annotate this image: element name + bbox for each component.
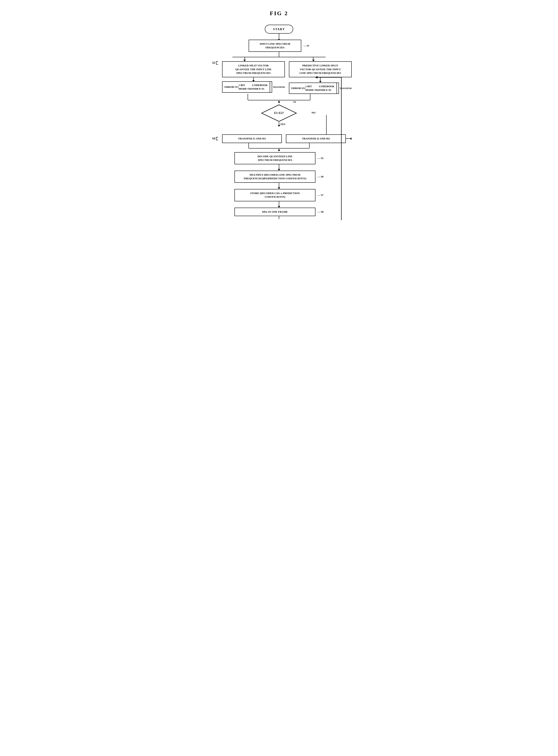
s5-box: DECODE QUANTIZED LINE SPECTRUM FREQUENCI… (234, 152, 315, 164)
s3-label: S3 (293, 100, 296, 104)
s8-box: DELAY ONE FRAME (234, 208, 315, 216)
s2-label: S2 (212, 61, 215, 64)
right-box1: PREDICTIVE LINKED SPLIT VECTOR QUANTIZE … (289, 61, 352, 77)
start-node: START (265, 25, 293, 34)
s7-label: S7 (321, 193, 324, 197)
no-label: NO (312, 111, 315, 114)
diamond-label: E1<E2? (274, 111, 284, 115)
left-transfer-label: TRANSFER (273, 86, 285, 88)
s5-label: S5 (321, 157, 324, 160)
s6-label: S6 (321, 175, 324, 178)
left-transfer-box: TRANSFER I1 AND M1 (222, 134, 282, 143)
s6-box: MULTIPLY (DECODED LINE SPECTRUM FREQUENC… (234, 170, 315, 183)
s8-label: S8 (321, 210, 324, 214)
right-transfer-label: TRANSFER (340, 87, 352, 89)
s7-box: STORE (DECODED LSFs x PREDICTION COEFFIC… (234, 189, 315, 201)
s1-label: S1 (307, 44, 309, 47)
s1-box: INPUT LINE SPECTRUM FREQUENCIES (249, 40, 301, 52)
left-error-box: ERROR=E1 1 BIT MODE=M1 CODEBOOK INDEX=I1 (222, 81, 270, 93)
page: FIG 2 START INPUT LINE SPECTRUM FREQUENC… (208, 4, 350, 228)
figure-title: FIG 2 (212, 10, 346, 17)
s4-label: S4 (212, 137, 215, 140)
right-transfer-box: TRANSFER I2 AND M2 (286, 134, 346, 143)
yes-label: YES (280, 123, 285, 126)
right-error-box: ERROR=E2 1 BIT MODE=M2 CODEBOOK INDEX=I2 (289, 83, 337, 94)
diamond-node: E1<E2? (261, 104, 297, 122)
left-box1: LINKED SPLIT VECTOR QUANTIZE THE INPUT L… (222, 61, 285, 77)
